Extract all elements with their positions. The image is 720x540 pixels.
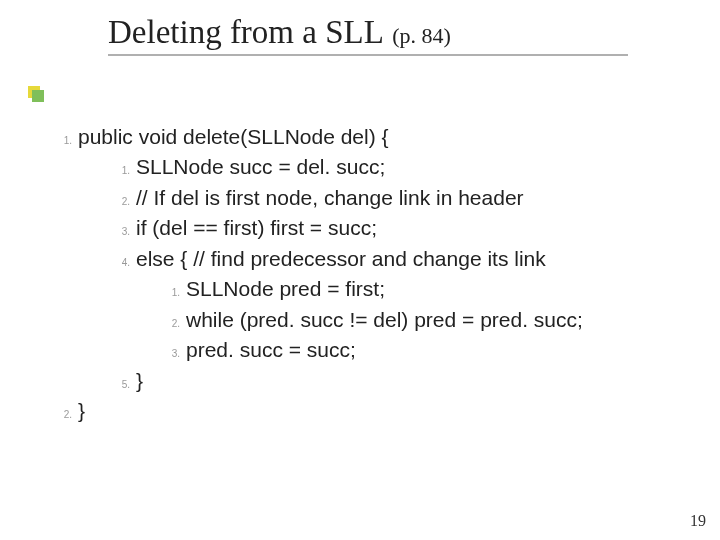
code-text: public void delete(SLLNode del) { <box>78 125 389 148</box>
code-text: if (del == first) first = succ; <box>136 216 377 239</box>
line-number: 4. <box>116 256 130 271</box>
code-line: 2.// If del is first node, change link i… <box>58 183 583 213</box>
line-number: 1. <box>58 134 72 149</box>
code-line: 1.SLLNode succ = del. succ; <box>58 152 583 182</box>
code-line: 3.pred. succ = succ; <box>58 335 583 365</box>
code-line: 4.else { // find predecessor and change … <box>58 244 583 274</box>
code-line: 1.SLLNode pred = first; <box>58 274 583 304</box>
code-text: SLLNode succ = del. succ; <box>136 155 385 178</box>
slide-title: Deleting from a SLL (p. 84) <box>108 14 451 51</box>
line-number: 2. <box>166 317 180 332</box>
code-text: // If del is first node, change link in … <box>136 186 524 209</box>
line-number: 2. <box>116 195 130 210</box>
code-text: pred. succ = succ; <box>186 338 356 361</box>
code-text: while (pred. succ != del) pred = pred. s… <box>186 308 583 331</box>
line-number: 5. <box>116 378 130 393</box>
line-number: 1. <box>166 286 180 301</box>
title-underline <box>108 54 628 56</box>
line-number: 3. <box>116 225 130 240</box>
page-number: 19 <box>690 512 706 530</box>
line-number: 2. <box>58 408 72 423</box>
code-line: 1.public void delete(SLLNode del) { <box>58 122 583 152</box>
title-main: Deleting from a SLL <box>108 14 384 50</box>
title-sub: (p. 84) <box>392 23 451 48</box>
code-line: 3.if (del == first) first = succ; <box>58 213 583 243</box>
code-text: SLLNode pred = first; <box>186 277 385 300</box>
code-text: else { // find predecessor and change it… <box>136 247 546 270</box>
code-text: } <box>136 369 143 392</box>
line-number: 1. <box>116 164 130 179</box>
code-text: } <box>78 399 85 422</box>
accent-square-green <box>32 90 44 102</box>
code-line: 2.} <box>58 396 583 426</box>
code-line: 2.while (pred. succ != del) pred = pred.… <box>58 305 583 335</box>
code-block: 1.public void delete(SLLNode del) { 1.SL… <box>58 122 583 426</box>
code-line: 5.} <box>58 366 583 396</box>
line-number: 3. <box>166 347 180 362</box>
